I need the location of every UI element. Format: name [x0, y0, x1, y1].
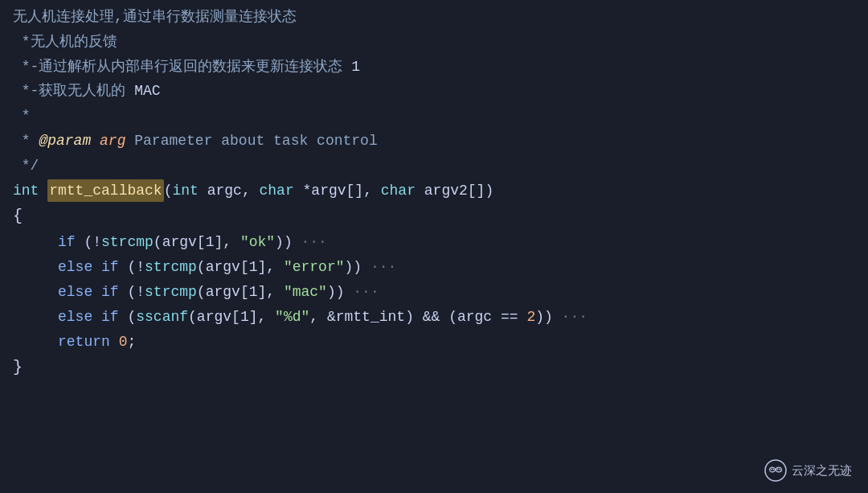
comment-text-4: *-获取无人机的 — [13, 80, 134, 103]
type-char-2: char — [381, 179, 416, 203]
svg-point-3 — [771, 469, 772, 470]
kw-if-1: if — [58, 231, 76, 254]
mac-text: MAC — [134, 80, 160, 103]
line-5: * — [0, 104, 868, 129]
line-7: */ — [0, 154, 868, 179]
paren-close-12: )) — [327, 281, 353, 304]
idx-3: [1], — [240, 281, 284, 304]
line-12-elseif-mac: else if (!strcmp(argv[1], "mac")) ··· — [0, 280, 868, 305]
str-fmt: "%d" — [275, 306, 309, 329]
comment-text-1: 无人机连接处理,通过串行数据测量连接状态 — [13, 6, 297, 29]
code-editor: 无人机连接处理,通过串行数据测量连接状态 *无人机的反馈 *-通过解析从内部串行… — [0, 0, 868, 493]
paren-close-11: )) — [345, 256, 371, 279]
line-8-signature: int rmtt_callback(int argc, char *argv[]… — [0, 179, 868, 203]
paren-close-13: )) — [535, 306, 561, 329]
comma-13: , & — [309, 306, 335, 329]
wechat-icon — [764, 459, 787, 482]
line-11-elseif-error: else if (!strcmp(argv[1], "error")) ··· — [0, 255, 868, 280]
eq-op: == — [492, 306, 526, 329]
fn-strcmp-1: strcmp — [101, 231, 154, 254]
argv-1: argv — [162, 231, 197, 254]
arg-argc: argc, — [199, 179, 260, 203]
code-block: 无人机连接处理,通过串行数据测量连接状态 *无人机的反馈 *-通过解析从内部串行… — [0, 0, 868, 381]
space-13: ( — [119, 306, 137, 329]
rmtt-int: rmtt_int — [336, 306, 405, 329]
argv-arg: argv — [311, 179, 346, 203]
svg-point-6 — [779, 469, 780, 470]
kw-return: return — [58, 331, 110, 354]
line-6: * @param arg Parameter about task contro… — [0, 129, 868, 154]
svg-point-2 — [776, 467, 782, 472]
star-argv: * — [294, 179, 312, 203]
ellipsis-1: ··· — [301, 231, 327, 254]
line-3: *-通过解析从内部串行返回的数据来更新连接状态 1 — [0, 55, 868, 80]
argv2-arg: argv2 — [416, 179, 468, 203]
kw-else-1: else if — [58, 256, 119, 279]
space-ret — [110, 331, 119, 354]
doc-tag: @param — [39, 129, 91, 153]
svg-point-4 — [773, 469, 775, 470]
space-1 — [91, 129, 100, 153]
line-10-if-ok: if (!strcmp(argv[1], "ok")) ··· — [0, 230, 868, 255]
watermark-text: 云深之无迹 — [792, 461, 852, 479]
line-2: *无人机的反馈 — [0, 30, 868, 55]
bracket-2: []) — [468, 179, 493, 203]
space-10: (! — [76, 231, 101, 254]
paren-12: ( — [197, 281, 206, 304]
argv-4: argv — [197, 306, 231, 329]
comment-star-2: * — [13, 129, 39, 153]
return-type-int: int — [13, 179, 39, 203]
fn-sscanf: sscanf — [136, 306, 188, 329]
ellipsis-4: ··· — [562, 306, 588, 329]
paren-13: ( — [188, 306, 197, 329]
svg-point-5 — [777, 469, 779, 470]
idx-1: [1], — [197, 231, 240, 254]
fn-strcmp-2: strcmp — [145, 256, 197, 279]
ellipsis-3: ··· — [353, 281, 379, 304]
comment-end: */ — [13, 154, 39, 178]
doc-param-name: arg — [100, 129, 125, 153]
space-11: (! — [119, 256, 145, 279]
kw-else-2: else if — [58, 281, 119, 304]
fn-strcmp-3: strcmp — [145, 281, 197, 304]
brace-open: { — [13, 203, 23, 229]
brace-close: } — [13, 355, 23, 380]
bracket-1: [], — [346, 179, 381, 203]
line-14-return: return 0; — [0, 330, 868, 355]
space-sig — [39, 179, 47, 203]
num-2: 2 — [526, 306, 535, 329]
ellipsis-2: ··· — [371, 256, 396, 279]
str-error: "error" — [284, 256, 345, 279]
argv-3: argv — [206, 281, 240, 304]
paren-open: ( — [164, 179, 173, 203]
line-15-brace-close: } — [0, 354, 868, 381]
comment-text-2: *无人机的反馈 — [13, 31, 117, 54]
argv-2: argv — [206, 256, 240, 279]
comment-text-3: *-通过解析从内部串行返回的数据来更新连接状态 — [13, 55, 351, 79]
paren-10: ( — [154, 231, 162, 254]
line-9-brace-open: { — [0, 203, 868, 230]
idx-2: [1], — [240, 256, 284, 279]
str-ok: "ok" — [240, 231, 275, 254]
kw-else-3: else if — [58, 306, 119, 329]
func-name: rmtt_callback — [49, 183, 162, 199]
line-1: 无人机连接处理,通过串行数据测量连接状态 — [0, 5, 868, 30]
space-12: (! — [119, 281, 145, 304]
number-1: 1 — [351, 55, 360, 79]
svg-point-0 — [765, 460, 786, 481]
comment-star: * — [13, 105, 31, 128]
type-char-1: char — [260, 179, 294, 203]
num-zero: 0 — [119, 331, 128, 354]
param-desc: Parameter about task control — [125, 129, 377, 153]
op-and: ) && ( — [405, 306, 457, 329]
argc-var: argc — [457, 306, 492, 329]
idx-4: [1], — [231, 306, 275, 329]
func-name-highlight: rmtt_callback — [47, 179, 163, 203]
watermark: 云深之无迹 — [764, 459, 852, 482]
line-13-elseif-sscanf: else if (sscanf(argv[1], "%d", &rmtt_int… — [0, 305, 868, 330]
semicolon-ret: ; — [127, 331, 136, 354]
paren-close-10: )) — [275, 231, 301, 254]
paren-11: ( — [197, 256, 206, 279]
type-int-1: int — [172, 179, 198, 203]
str-mac: "mac" — [284, 281, 327, 304]
